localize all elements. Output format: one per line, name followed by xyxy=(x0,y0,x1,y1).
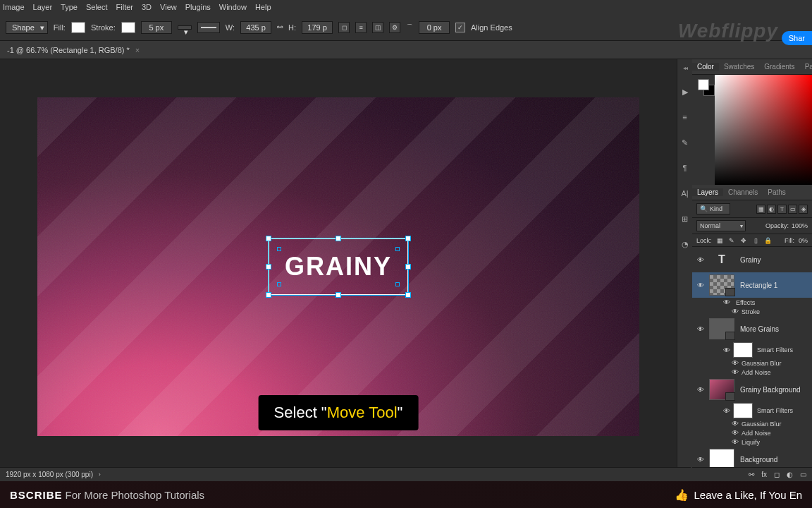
lock-artboard-icon[interactable]: ▯ xyxy=(752,236,760,244)
shape-mode-dropdown[interactable]: Shape xyxy=(6,21,48,34)
menu-type[interactable]: Type xyxy=(61,3,78,11)
brush-icon[interactable]: ✎ xyxy=(680,138,690,147)
layer-name[interactable]: More Grains xyxy=(740,325,779,333)
path-combine-icon[interactable]: ◻ xyxy=(338,22,350,33)
collapse-icon[interactable]: ◂◂ xyxy=(683,65,687,71)
tab-gradients[interactable]: Gradients xyxy=(759,63,799,71)
visibility-icon[interactable]: 👁 xyxy=(692,386,709,394)
visibility-icon[interactable]: 👁 xyxy=(720,298,733,306)
lock-pixel-icon[interactable]: ✎ xyxy=(728,236,736,244)
visibility-icon[interactable]: 👁 xyxy=(729,420,742,428)
canvas-zone[interactable]: GRAINY Select "Move Tool" xyxy=(0,59,677,481)
stroke-width-input[interactable]: 5 px xyxy=(141,21,172,34)
visibility-icon[interactable]: 👁 xyxy=(720,407,733,415)
height-input[interactable]: 179 p xyxy=(302,21,333,34)
menu-3d[interactable]: 3D xyxy=(142,3,152,11)
width-input[interactable]: 435 p xyxy=(240,21,271,34)
mask-icon[interactable]: ◻ xyxy=(774,471,780,478)
menu-layer[interactable]: Layer xyxy=(33,3,53,11)
group-icon[interactable]: ▭ xyxy=(800,471,806,478)
fill-value[interactable]: 0% xyxy=(799,237,808,244)
menu-window[interactable]: Window xyxy=(219,3,247,11)
filter-adjust-icon[interactable]: ◐ xyxy=(767,205,776,214)
handle-bot-right[interactable] xyxy=(405,292,411,298)
visibility-icon[interactable]: 👁 xyxy=(729,368,742,376)
filter-shape-icon[interactable]: ▭ xyxy=(788,205,797,214)
stroke-width-dropdown[interactable] xyxy=(178,25,192,30)
filter-smart-icon[interactable]: ◈ xyxy=(799,205,808,214)
layer-name[interactable]: Grainy xyxy=(740,256,761,264)
tab-paths[interactable]: Paths xyxy=(763,188,791,196)
lock-position-icon[interactable]: ✥ xyxy=(740,236,748,244)
visibility-icon[interactable]: 👁 xyxy=(692,456,709,464)
layer-name[interactable]: Grainy Background xyxy=(740,386,801,394)
handle-mid-right[interactable] xyxy=(405,264,411,270)
visibility-icon[interactable]: 👁 xyxy=(729,359,742,367)
menu-filter[interactable]: Filter xyxy=(116,3,133,11)
layer-more-grains[interactable]: 👁 More Grains xyxy=(692,316,812,341)
handle-top-left[interactable] xyxy=(266,236,271,241)
close-icon[interactable]: × xyxy=(135,46,140,54)
menu-image[interactable]: Image xyxy=(3,3,25,11)
handle-top-mid[interactable] xyxy=(336,236,341,241)
visibility-icon[interactable]: 👁 xyxy=(729,429,742,437)
smart-filters-row[interactable]: 👁 Smart Filters xyxy=(692,341,812,358)
info-icon[interactable]: ◔ xyxy=(680,239,690,249)
menu-help[interactable]: Help xyxy=(255,3,271,11)
document-tab[interactable]: -1 @ 66.7% (Rectangle 1, RGB/8) * × xyxy=(0,41,812,59)
visibility-icon[interactable]: 👁 xyxy=(692,282,709,289)
menu-select[interactable]: Select xyxy=(86,3,108,11)
visibility-icon[interactable]: 👁 xyxy=(729,438,742,446)
layers-filter-kind[interactable]: 🔍Kind xyxy=(696,203,730,214)
filter-liquify[interactable]: 👁 Liquify xyxy=(692,437,812,447)
layer-grainy-text[interactable]: 👁 T Grainy xyxy=(692,247,812,272)
filter-add-noise-2[interactable]: 👁 Add Noise xyxy=(692,428,812,437)
path-align-icon[interactable]: ≡ xyxy=(355,22,367,33)
handle-bot-left[interactable] xyxy=(266,292,271,298)
filter-gaussian[interactable]: 👁 Gaussian Blur xyxy=(692,358,812,368)
effect-stroke[interactable]: 👁 Stroke xyxy=(692,307,812,316)
tab-color[interactable]: Color xyxy=(692,63,719,71)
visibility-icon[interactable]: 👁 xyxy=(720,346,733,354)
corner-radius-input[interactable]: 0 px xyxy=(419,21,450,34)
visibility-icon[interactable]: 👁 xyxy=(692,325,709,333)
link-layers-icon[interactable]: ⚯ xyxy=(749,471,754,478)
glyphs-icon[interactable]: ⊞ xyxy=(680,214,690,224)
stroke-style-dropdown[interactable] xyxy=(197,22,220,33)
gear-icon[interactable]: ⚙ xyxy=(389,22,400,33)
stroke-swatch[interactable] xyxy=(121,22,135,33)
character-icon[interactable]: A| xyxy=(680,188,690,198)
color-picker[interactable] xyxy=(715,75,812,185)
paragraph-icon[interactable]: ¶ xyxy=(680,163,690,173)
visibility-icon[interactable]: 👁 xyxy=(692,256,709,264)
path-arrange-icon[interactable]: ◫ xyxy=(372,22,383,33)
handle-top-right[interactable] xyxy=(405,236,411,241)
tab-swatches[interactable]: Swatches xyxy=(719,63,759,71)
adjustment-icon[interactable]: ◐ xyxy=(787,471,793,478)
opacity-value[interactable]: 100% xyxy=(792,222,808,229)
layer-background[interactable]: 👁 Background xyxy=(692,447,812,467)
chevron-right-icon[interactable]: › xyxy=(99,471,101,478)
lock-trans-icon[interactable]: ▦ xyxy=(716,236,724,244)
visibility-icon[interactable]: 👁 xyxy=(729,308,742,315)
fx-icon[interactable]: fx xyxy=(761,471,767,478)
layer-rectangle-1[interactable]: 👁 Rectangle 1 xyxy=(692,272,812,298)
smart-filters-row-2[interactable]: 👁 Smart Filters xyxy=(692,402,812,419)
filter-gaussian-2[interactable]: 👁 Gaussian Blur xyxy=(692,419,812,428)
fill-swatch[interactable] xyxy=(71,22,85,33)
canvas[interactable]: GRAINY Select "Move Tool" xyxy=(37,97,639,436)
history-icon[interactable]: ≡ xyxy=(680,112,690,122)
menu-view[interactable]: View xyxy=(160,3,177,11)
tab-channels[interactable]: Channels xyxy=(723,188,763,196)
play-icon[interactable]: ▶ xyxy=(680,87,690,97)
effects-row[interactable]: 👁 Effects xyxy=(692,298,812,307)
layer-name[interactable]: Rectangle 1 xyxy=(740,282,777,289)
filter-add-noise[interactable]: 👁 Add Noise xyxy=(692,368,812,377)
foreground-color-swatch[interactable] xyxy=(698,79,709,90)
align-edges-checkbox[interactable]: ✓ xyxy=(455,23,465,32)
blend-mode-select[interactable]: Normal xyxy=(696,220,746,231)
handle-mid-left[interactable] xyxy=(266,264,271,270)
menu-plugins[interactable]: Plugins xyxy=(185,3,211,11)
handle-bot-mid[interactable] xyxy=(336,292,341,298)
tab-patterns[interactable]: Patte xyxy=(800,63,812,71)
